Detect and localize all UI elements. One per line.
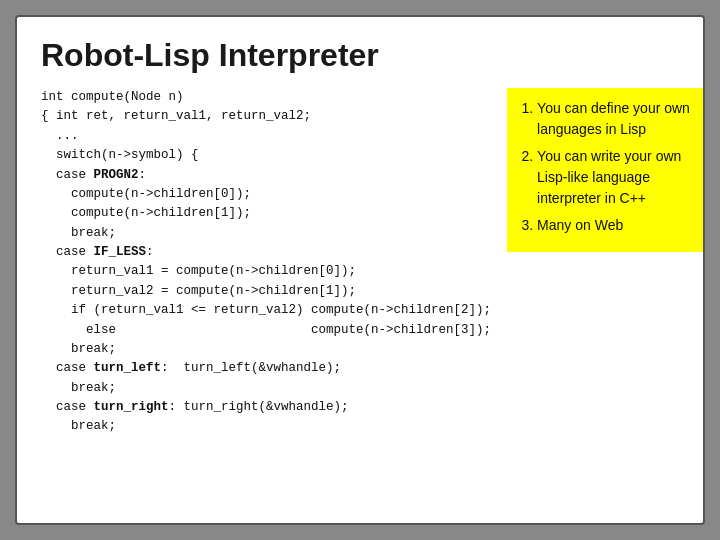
- code-line-16: break;: [41, 381, 116, 395]
- bullet-list: You can define your own languages in Lis…: [519, 98, 705, 236]
- code-line-1: int compute(Node n): [41, 90, 184, 104]
- code-line-10: return_val1 = compute(n->children[0]);: [41, 264, 356, 278]
- code-line-2: { int ret, return_val1, return_val2;: [41, 109, 311, 123]
- code-line-17: case turn_right: turn_right(&vwhandle);: [41, 400, 349, 414]
- code-line-6: compute(n->children[0]);: [41, 187, 251, 201]
- code-line-9: case IF_LESS:: [41, 245, 154, 259]
- code-line-12: if (return_val1 <= return_val2) compute(…: [41, 303, 491, 317]
- code-line-13: else compute(n->children[3]);: [41, 323, 491, 337]
- code-line-4: switch(n->symbol) {: [41, 148, 199, 162]
- slide: Robot-Lisp Interpreter int compute(Node …: [15, 15, 705, 525]
- code-block: int compute(Node n) { int ret, return_va…: [41, 88, 491, 437]
- bullet-item-1: You can define your own languages in Lis…: [537, 98, 705, 140]
- bullet-item-3: Many on Web: [537, 215, 705, 236]
- content-area: int compute(Node n) { int ret, return_va…: [41, 88, 679, 437]
- code-line-8: break;: [41, 226, 116, 240]
- code-line-18: break;: [41, 419, 116, 433]
- code-line-15: case turn_left: turn_left(&vwhandle);: [41, 361, 341, 375]
- bullet-item-2: You can write your own Lisp-like languag…: [537, 146, 705, 209]
- code-line-11: return_val2 = compute(n->children[1]);: [41, 284, 356, 298]
- slide-title: Robot-Lisp Interpreter: [41, 37, 679, 74]
- bullet-box: You can define your own languages in Lis…: [507, 88, 705, 252]
- code-line-3: ...: [41, 129, 79, 143]
- code-line-14: break;: [41, 342, 116, 356]
- code-line-5: case PROGN2:: [41, 168, 146, 182]
- code-line-7: compute(n->children[1]);: [41, 206, 251, 220]
